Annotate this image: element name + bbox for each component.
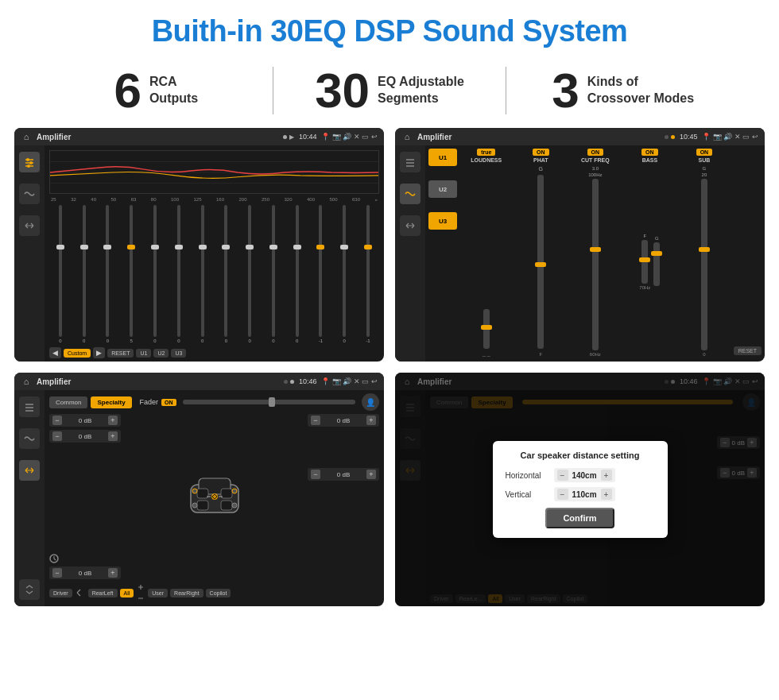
eq-u2-btn[interactable]: U2: [153, 349, 169, 358]
speaker-tabs-row: Common Specialty Fader ON 👤: [49, 393, 379, 411]
svg-point-4: [29, 161, 33, 164]
db-minus-1[interactable]: −: [52, 431, 62, 441]
btn-all[interactable]: All: [120, 589, 134, 598]
sub-on-btn[interactable]: ON: [696, 149, 713, 156]
amp-content: U1 U2 U3 true LOUDNESS ─ ─: [395, 145, 765, 362]
stat-rca-label: RCA: [149, 74, 198, 91]
db-minus-2[interactable]: −: [52, 568, 62, 578]
db-plus-r0[interactable]: +: [366, 416, 376, 425]
home-icon[interactable]: ⌂: [21, 131, 32, 142]
topbar-eq-time: 10:44: [299, 133, 317, 141]
db-plus-2[interactable]: +: [108, 568, 118, 578]
home-icon-amp[interactable]: ⌂: [401, 131, 413, 142]
dialog-vertical-plus[interactable]: +: [601, 489, 612, 500]
speaker-sidebar-arrows[interactable]: [19, 460, 40, 481]
dialog-horizontal-minus[interactable]: −: [557, 470, 568, 481]
freq-63: 63: [131, 197, 137, 202]
slider-col-8: 0: [238, 205, 261, 343]
topbar-zones: ⌂ Amplifier 10:46 📍 📷 🔊 ✕ ▭ ↩: [14, 373, 384, 390]
eq-content: 25 32 40 50 63 80 100 125 160 200 250 32…: [14, 145, 384, 362]
db-plus-1[interactable]: +: [108, 431, 118, 441]
eq-sidebar-arrows[interactable]: [19, 215, 40, 236]
db-minus-0[interactable]: −: [52, 416, 62, 425]
sub-label: SUB: [699, 157, 711, 163]
db-plus-r1[interactable]: +: [366, 470, 376, 479]
eq-reset-btn[interactable]: RESET: [107, 349, 134, 358]
eq-preset-custom[interactable]: Custom: [64, 349, 91, 358]
topbar-eq: ⌂ Amplifier ▶ 10:44 📍 📷 🔊 ✕ ▭ ↩: [14, 128, 384, 145]
fader-on-btn[interactable]: ON: [161, 399, 176, 406]
btn-user[interactable]: User: [148, 589, 168, 598]
db-plus-0[interactable]: +: [108, 416, 118, 425]
eq-sidebar-tune[interactable]: [19, 152, 40, 172]
dialog-horizontal-plus[interactable]: +: [601, 470, 612, 481]
screen-speaker-zones: ⌂ Amplifier 10:46 📍 📷 🔊 ✕ ▭ ↩: [14, 373, 384, 606]
stat-crossover: 3 Kinds of Crossover Modes: [514, 66, 731, 115]
amp-col-sub: ON SUB G 20 0: [678, 149, 731, 358]
topbar-zones-icons: 📍 📷 🔊 ✕ ▭ ↩: [321, 377, 378, 385]
db-minus-r1[interactable]: −: [311, 470, 320, 479]
speaker-bottom-row: Driver RearLeft All User: [49, 582, 379, 603]
amp-u1-btn[interactable]: U1: [428, 149, 457, 166]
tab-common[interactable]: Common: [49, 396, 87, 408]
dialog-horizontal-input: − 140cm +: [554, 468, 615, 482]
freq-80: 80: [151, 197, 157, 202]
db-row-2: − 0 dB +: [49, 567, 121, 579]
amp-sidebar-arrows[interactable]: [400, 215, 421, 236]
home-icon-zones[interactable]: ⌂: [21, 376, 32, 387]
slider-col-2: 0: [97, 205, 119, 343]
play-icon: ▶: [289, 133, 294, 141]
amp-sidebar-wave[interactable]: [400, 184, 421, 204]
freq-160: 160: [216, 197, 224, 202]
eq-u1-btn[interactable]: U1: [136, 349, 151, 358]
stat-eq-label: EQ Adjustable: [378, 74, 464, 91]
topbar-eq-icons: 📍 📷 🔊 ✕ ▭ ↩: [321, 133, 378, 141]
phat-on-btn[interactable]: ON: [533, 149, 549, 156]
amp-sidebar-tune[interactable]: [400, 152, 421, 172]
db-row-1: − 0 dB +: [49, 430, 121, 443]
eq-prev-btn[interactable]: ◀: [49, 347, 61, 358]
eq-next-btn[interactable]: ▶: [93, 347, 105, 358]
dialog-vertical-input: − 110cm +: [554, 487, 615, 501]
db-row-right-0: − 0 dB +: [308, 414, 379, 427]
stat-crossover-label2: Crossover Modes: [587, 91, 694, 107]
speaker-sidebar: [14, 390, 45, 606]
db-value-1: 0 dB: [64, 433, 106, 440]
btn-copilot[interactable]: Copilot: [206, 589, 231, 598]
speaker-sidebar-expand[interactable]: [19, 579, 40, 600]
cutfreq-on-btn[interactable]: ON: [587, 149, 604, 156]
freq-400: 400: [307, 197, 315, 202]
amp-u3-btn[interactable]: U3: [428, 212, 457, 230]
btn-rearright[interactable]: RearRight: [170, 589, 203, 598]
dialog-vertical-value: 110cm: [571, 490, 599, 499]
amp-u2-btn[interactable]: U2: [428, 180, 457, 198]
speaker-sidebar-tune[interactable]: [19, 396, 40, 417]
dialog-vertical-minus[interactable]: −: [557, 489, 568, 500]
btn-driver[interactable]: Driver: [49, 589, 72, 598]
amp-control-cols: true LOUDNESS ─ ─ ON PHAT G: [460, 149, 731, 358]
confirm-button[interactable]: Confirm: [545, 508, 614, 528]
topbar-amp: ⌂ Amplifier 10:45 📍 📷 🔊 ✕ ▭ ↩: [395, 128, 765, 145]
speaker-sidebar-wave[interactable]: [19, 428, 40, 449]
slider-col-7: 0: [215, 205, 237, 343]
bass-on-btn[interactable]: ON: [641, 149, 658, 156]
freq-320: 320: [285, 197, 293, 202]
amp-reset-btn[interactable]: RESET: [734, 346, 762, 355]
loudness-on-btn[interactable]: true: [477, 149, 495, 156]
amp-channel-btns: U1 U2 U3: [428, 149, 457, 358]
freq-32: 32: [71, 197, 76, 202]
db-minus-r0[interactable]: −: [311, 416, 320, 425]
stat-divider-1: [273, 67, 273, 114]
topbar-amp-time: 10:45: [680, 133, 698, 141]
amp-sidebar: [395, 145, 425, 362]
eq-u3-btn[interactable]: U3: [171, 349, 186, 358]
btn-rearleft[interactable]: RearLeft: [88, 589, 118, 598]
dialog-vertical-label: Vertical: [506, 490, 549, 499]
freq-25: 25: [51, 197, 56, 202]
svg-rect-18: [197, 489, 208, 498]
dialog-vertical-row: Vertical − 110cm +: [506, 487, 655, 501]
dialog-overlay: Car speaker distance setting Horizontal …: [395, 373, 765, 606]
dialog-title: Car speaker distance setting: [506, 451, 655, 460]
eq-sidebar-wave[interactable]: [19, 184, 40, 204]
tab-specialty[interactable]: Specialty: [91, 396, 131, 408]
